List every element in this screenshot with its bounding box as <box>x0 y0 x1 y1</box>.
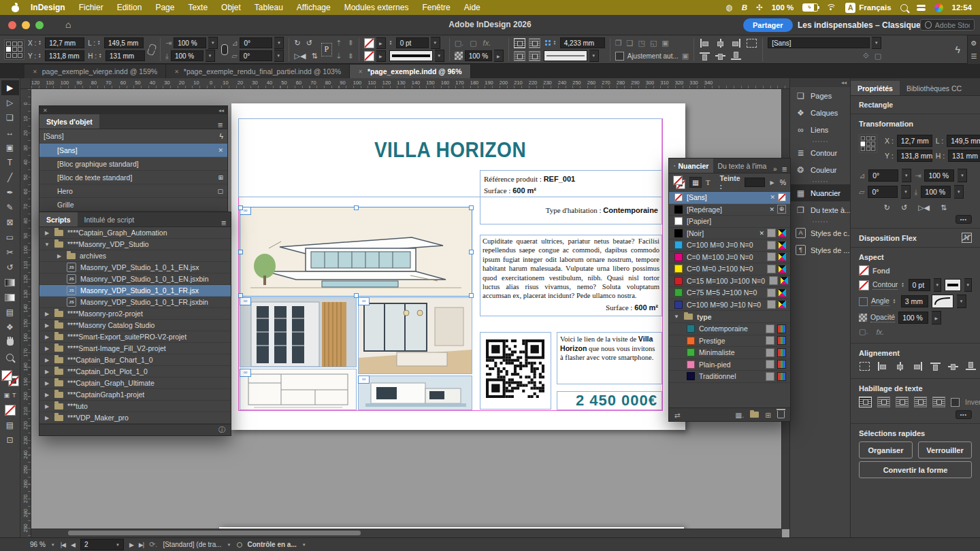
chevron-collapsed-icon[interactable]: ▶ <box>44 369 50 375</box>
align-top-icon[interactable] <box>930 361 941 371</box>
image-frame-plan[interactable]: ∞ <box>240 369 357 410</box>
swatch-row[interactable]: Plain-pied <box>669 359 790 371</box>
object-style-dropdown[interactable]: ▼ <box>872 37 881 49</box>
wrap-jump-object-icon[interactable] <box>914 397 927 407</box>
flip-horizontal-icon[interactable]: ▷◀ <box>918 203 930 212</box>
collapse-dock-icon[interactable]: ◂◂ <box>841 80 847 86</box>
rectangle-tool[interactable]: ▭ <box>1 230 19 245</box>
image-frame-modern-house[interactable]: ∞ <box>358 375 472 410</box>
swatch-row[interactable]: C=100 M=0 J=0 N=0 <box>669 239 790 252</box>
chevron-collapsed-icon[interactable]: ▶ <box>44 415 50 421</box>
wrap-bounding-box-icon[interactable] <box>529 38 540 48</box>
object-style-row[interactable]: Hero▢ <box>39 184 227 198</box>
script-folder-row[interactable]: ▶****Masonry Catalog Studio <box>39 320 231 331</box>
script-file-row[interactable]: JSMasonry_VDP_Studio_1_0_1_EN.jsxbin <box>39 273 231 285</box>
qr-text-frame[interactable]: Voici le lien de la visite de Villa Hori… <box>557 332 662 384</box>
tint-field[interactable] <box>745 178 765 187</box>
stroke-type-preview[interactable] <box>945 279 961 291</box>
price-frame[interactable]: 2 450 000€ <box>557 391 662 410</box>
fill-stroke-proxy[interactable] <box>673 176 685 189</box>
align-right-icon[interactable] <box>912 361 924 371</box>
expand-panel-icon[interactable]: » <box>771 165 779 173</box>
y-field[interactable]: 131,8 mm <box>897 150 932 162</box>
dock-item-couleur[interactable]: ❂Couleur <box>790 161 850 178</box>
selection-tool[interactable]: ▶ <box>1 80 19 95</box>
first-page-button[interactable]: |◀ <box>61 541 65 548</box>
chevron-collapsed-icon[interactable]: ▶ <box>44 357 50 363</box>
fill-dropdown[interactable]: ▶ <box>376 37 386 49</box>
align-center-vertical-icon[interactable] <box>715 51 726 61</box>
ruler-origin[interactable] <box>20 78 31 89</box>
menu-item-affichage[interactable]: Affichage <box>290 0 338 15</box>
preflight-status[interactable]: Contrôle en a... <box>248 541 297 548</box>
script-file-row[interactable]: JSMasonry_VDP_Studio_1_0_1_EN.jsx <box>39 262 231 273</box>
stroke-weight-field[interactable]: 0 pt <box>909 279 931 291</box>
stroke-type-preview[interactable] <box>389 50 433 61</box>
object-style-row[interactable]: [Bloc graphique standard] <box>39 157 227 171</box>
script-folder-row[interactable]: ▶****Smart-Image_Fill_V2-projet <box>39 343 231 354</box>
chevron-collapsed-icon[interactable]: ▶ <box>44 311 50 317</box>
swatch-row[interactable]: C=100 M=90 J=10 N=0 <box>669 299 790 312</box>
corner-icon[interactable] <box>859 297 868 306</box>
page-turn-icon[interactable]: ⟳. <box>149 540 157 549</box>
object-effects-icon[interactable]: ▢ <box>470 39 476 48</box>
page-number-field[interactable]: 2▼ <box>80 539 124 550</box>
script-folder-row[interactable]: ▶****Smart-Export_suitePRO-V2-projet <box>39 331 231 343</box>
wrap-bounding-box-icon[interactable] <box>877 397 890 407</box>
image-frame-interior[interactable]: ∞ <box>358 297 472 374</box>
pen-tool[interactable]: ✒ <box>1 185 19 200</box>
quick-apply-icon[interactable]: ϟ <box>956 44 960 55</box>
previous-page-button[interactable]: ◀ <box>71 541 75 548</box>
opacity-dropdown[interactable]: ▶ <box>932 311 941 324</box>
object-style-row[interactable]: Grille <box>39 198 227 212</box>
wifi-icon[interactable] <box>827 4 836 12</box>
constrain-dimensions-icon[interactable] <box>147 43 157 55</box>
gradient-tool[interactable] <box>1 275 19 290</box>
menu-item-fen-tre[interactable]: Fenêtre <box>415 0 457 15</box>
link-badge-icon[interactable]: ∞ <box>358 297 370 305</box>
menu-item-page[interactable]: Page <box>148 0 181 15</box>
dock-item-nuancier[interactable]: ▦Nuancier <box>790 184 850 201</box>
scale-y-dropdown[interactable]: ▼ <box>954 185 964 199</box>
menu-item-fichier[interactable]: Fichier <box>72 0 110 15</box>
opacity-label[interactable]: Opacité <box>870 313 895 322</box>
chevron-collapsed-icon[interactable]: ▶ <box>44 346 50 352</box>
stroke-swatch[interactable] <box>364 51 374 61</box>
next-page-button[interactable]: ▶ <box>129 541 133 548</box>
menu-item-objet[interactable]: Objet <box>214 0 248 15</box>
object-effects-icon[interactable]: ▢. <box>859 327 868 336</box>
stroke-type-dropdown[interactable]: ▼ <box>435 50 444 62</box>
color-theme-tool[interactable]: ❖ <box>1 320 19 335</box>
menu-item-aide[interactable]: Aide <box>457 0 487 15</box>
flex-disabled-icon[interactable]: N <box>962 233 972 243</box>
script-folder-row[interactable]: ▶***Captain_Graph_Ultimate <box>39 378 231 389</box>
align-key-object-icon[interactable] <box>746 38 757 48</box>
note-tool[interactable]: ▤ <box>1 305 19 320</box>
qr-frame[interactable] <box>480 332 551 410</box>
preflight-dropdown-icon[interactable]: ▼ <box>227 543 231 547</box>
more-wrap-options-button[interactable]: ••• <box>956 410 972 419</box>
h-stepper[interactable] <box>99 53 103 59</box>
preflight-status-dropdown-icon[interactable]: ▼ <box>302 543 306 547</box>
body-text-frame[interactable]: Cupiditate quaerat ultrices, pariatur ne… <box>480 235 662 316</box>
scissors-tool[interactable]: ✂ <box>1 245 19 260</box>
swatch-row[interactable]: Prestige <box>669 335 790 348</box>
script-folder-row[interactable]: ▶***CaptainGraph1-projet <box>39 389 231 401</box>
scale-x-field[interactable]: 100 % <box>174 37 206 48</box>
share-button[interactable]: Partager <box>743 18 793 32</box>
scale-x-field[interactable]: 100 % <box>924 169 954 182</box>
type-tool[interactable]: T <box>1 155 19 170</box>
rotate-cw-icon[interactable]: ↻ <box>884 203 890 212</box>
dock-item-pages[interactable]: ❏Pages <box>790 87 850 104</box>
menu-item-indesign[interactable]: InDesign <box>24 0 72 15</box>
info-text-frame[interactable]: Référence produit : REF_001 Surface : 60… <box>480 170 662 224</box>
spotlight-icon[interactable] <box>900 4 908 12</box>
creative-cloud-icon[interactable]: ◍ <box>726 3 733 12</box>
shear-dropdown[interactable]: ▼ <box>901 185 911 199</box>
vertical-ruler[interactable]: 0102030405060708090100110120130140150160… <box>20 89 31 537</box>
fit-frame-to-content-icon[interactable]: ◳ <box>638 39 644 48</box>
gap-tool[interactable]: ↔ <box>1 125 19 140</box>
color-app-icon[interactable] <box>934 3 943 12</box>
select-next-icon[interactable]: ⇞ <box>348 39 354 48</box>
swatch-row[interactable]: [Papier] <box>669 216 790 228</box>
